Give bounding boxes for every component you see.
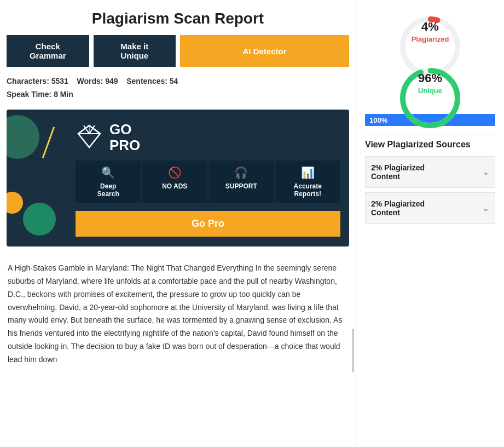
diamond-icon (76, 123, 103, 152)
go-pro-text: GOPRO (109, 122, 140, 153)
plagiarized-percent: 4% (412, 20, 449, 34)
plagiarized-label: Plagiarized (412, 35, 449, 43)
unique-label: Unique (418, 87, 442, 95)
promo-header: GOPRO (76, 122, 340, 153)
source-item-2-label: 2% PlagiarizedContent (371, 199, 425, 217)
feature-no-ads-label: NO ADS (162, 182, 187, 190)
feature-deep-search-label: DeepSearch (97, 182, 119, 198)
source-item-2[interactable]: 2% PlagiarizedContent ⌄ (365, 192, 495, 224)
no-ads-icon: 🚫 (168, 166, 182, 179)
feature-support-label: SUPPORT (225, 182, 257, 190)
promo-banner: GOPRO 🔍 DeepSearch 🚫 NO ADS 🎧 SUPPORT (7, 110, 349, 247)
sources-title: View Plagiarized Sources (365, 140, 495, 150)
feature-accurate-label: AccurateReports! (294, 182, 322, 198)
source-item-1[interactable]: 2% PlagiarizedContent ⌄ (365, 156, 495, 188)
feature-deep-search: 🔍 DeepSearch (76, 161, 141, 203)
make-unique-button[interactable]: Make it Unique (94, 35, 176, 67)
sentences-value: 54 (170, 77, 178, 85)
words-label: Words: (77, 77, 103, 85)
stats-row: Characters: 5531 Words: 949 Sentences: 5… (0, 71, 356, 88)
promo-features: 🔍 DeepSearch 🚫 NO ADS 🎧 SUPPORT 📊 Accura… (76, 161, 340, 203)
check-grammar-button[interactable]: Check Grammar (7, 35, 89, 67)
sentences-label: Sentences: (126, 77, 167, 85)
page-title: Plagiarism Scan Report (0, 0, 356, 35)
source-item-1-label: 2% PlagiarizedContent (371, 163, 425, 181)
feature-accurate-reports: 📊 AccurateReports! (275, 161, 341, 203)
support-icon: 🎧 (234, 166, 248, 179)
characters-value: 5531 (51, 77, 68, 85)
plagiarized-gauge-wrapper: 4% Plagiarized (395, 11, 466, 55)
speak-value: 8 Min (54, 90, 73, 99)
feature-no-ads: 🚫 NO ADS (142, 161, 208, 203)
feature-support: 🎧 SUPPORT (208, 161, 274, 203)
reports-icon: 📊 (301, 166, 315, 179)
unique-percent: 96% (418, 71, 442, 85)
progress-bar-label: 100% (369, 116, 387, 124)
scroll-indicator[interactable] (352, 329, 354, 373)
speak-time: Speak Time: 8 Min (0, 88, 356, 105)
divider (365, 135, 495, 135)
unique-gauge-wrapper: 96% Unique (395, 62, 466, 106)
plagiarized-gauge-label: 4% Plagiarized (412, 20, 449, 44)
speak-label: Speak Time: (7, 90, 51, 99)
characters-label: Characters: (7, 77, 49, 85)
chevron-down-icon-2: ⌄ (483, 204, 489, 213)
plagiarized-gauge: 4% Plagiarized (365, 11, 495, 57)
chevron-down-icon-1: ⌄ (483, 168, 489, 176)
unique-gauge: 96% Unique (365, 62, 495, 108)
article-text: A High-Stakes Gamble in Maryland: The Ni… (0, 251, 356, 377)
action-buttons: Check Grammar Make it Unique AI Detector (0, 35, 356, 71)
ai-detector-button[interactable]: AI Detector (180, 35, 349, 67)
words-value: 949 (105, 77, 118, 85)
promo-decoration (7, 110, 72, 247)
unique-gauge-label: 96% Unique (418, 71, 442, 95)
search-icon: 🔍 (101, 166, 115, 179)
go-pro-button[interactable]: Go Pro (76, 211, 340, 237)
right-panel: 4% Plagiarized 96% Unique 100% (356, 0, 504, 447)
